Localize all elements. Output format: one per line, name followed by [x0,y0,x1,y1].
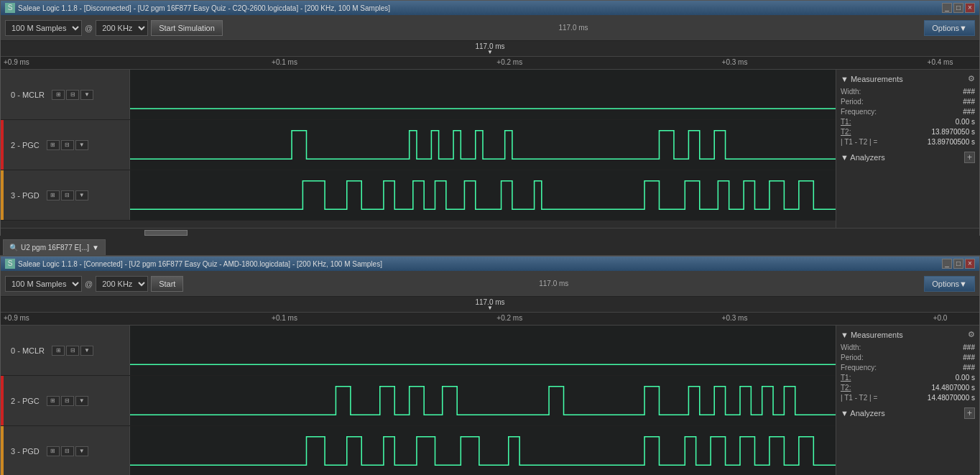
ch-color-pgd-2 [1,426,4,475]
plus-icon-2[interactable]: + [964,407,975,419]
width-label-1: Width: [841,88,861,96]
analyzers-header-2: ▼ Analyzers + [841,407,975,419]
scroll-thumb-1[interactable] [144,230,188,236]
ruler-t2-1: +0.2 ms [496,58,522,66]
options-btn-1[interactable]: Options▼ [924,20,975,36]
center-time-2: 117.0 ms [186,280,921,287]
freq-label-2: Frequency: [841,364,877,372]
ch-btn-settings-pgd-2[interactable]: ⊟ [61,446,74,456]
channel-label-pgc-2: 2 - PGC ⊞ ⊟ ▼ [1,376,130,425]
period-label-1: Period: [841,98,864,106]
freq-val-1: ### [963,108,975,116]
measurements-header-1: ▼ Measurements ⚙ [841,74,975,83]
t1-label-2: T1: [841,374,851,382]
ch-name-mclr-1: 0 - MCLR [11,91,45,99]
close-btn-2[interactable]: × [965,259,975,269]
measurement-width-2: Width: ### [841,343,975,351]
gear-icon-2[interactable]: ⚙ [968,330,975,339]
tab-1-arrow[interactable]: ▼ [92,244,99,252]
start-btn-2[interactable]: Start [151,276,183,292]
tab-1-label: U2 pgm 16F877 E[...] [21,244,89,252]
signal-canvas-pgd-1 [130,170,836,220]
ch-btn-zoom-mclr-1[interactable]: ⊞ [52,90,65,100]
ch-btn-more-pgc-2[interactable]: ▼ [75,396,88,406]
freq-select-1[interactable]: 200 KHz [96,20,148,36]
signal-canvas-pgc-2 [130,376,836,425]
ch-btn-zoom-pgc-2[interactable]: ⊞ [47,396,60,406]
measurement-t1-1: T1: 0.00 s [841,118,975,126]
t1-val-2: 0.00 s [956,374,975,382]
maximize-btn-1[interactable]: □ [953,3,963,13]
minimize-btn-1[interactable]: _ [942,3,952,13]
ruler-t4-2: +0.0 [933,314,948,322]
ch-btn-zoom-pgd-2[interactable]: ⊞ [47,446,60,456]
analyzers-header-1: ▼ Analyzers + [841,152,975,163]
ruler-t3-1: +0.3 ms [722,58,748,66]
options-btn-2[interactable]: Options▼ [924,276,975,292]
signal-canvas-mclr-2 [130,326,836,375]
channel-label-pgd-1: 3 - PGD ⊞ ⊟ ▼ [1,170,130,220]
ch-btn-settings-pgc-1[interactable]: ⊟ [61,140,74,150]
channel-row-pgc-1: 2 - PGC ⊞ ⊟ ▼ [1,120,836,170]
time-marker-row-2: 117.0 ms ▼ [1,297,979,313]
freq-select-2[interactable]: 200 KHz [96,276,148,292]
t2-val-1: 13.8970050 s [931,128,975,136]
analyzers-title-2: Analyzers [850,409,884,418]
center-marker-1: 117.0 ms ▼ [475,42,504,55]
scroll-bar-1[interactable] [1,228,979,236]
time-marker-row-1: 117.0 ms ▼ [1,41,979,57]
ch-btn-settings-pgc-2[interactable]: ⊟ [61,396,74,406]
tab-bar: 🔍 U2 pgm 16F877 E[...] ▼ [0,236,980,256]
channel-label-pgc-1: 2 - PGC ⊞ ⊟ ▼ [1,120,130,170]
center-marker-2: 117.0 ms ▼ [475,298,504,311]
minimize-btn-2[interactable]: _ [942,259,952,269]
measurement-t1-2: T1: 0.00 s [841,374,975,382]
ch-btn-more-pgc-1[interactable]: ▼ [75,140,88,150]
search-icon-tab: 🔍 [9,244,18,252]
measurements-header-2: ▼ Measurements ⚙ [841,330,975,339]
signal-svg-pgd-2 [130,426,836,475]
ch-btn-more-pgd-2[interactable]: ▼ [75,446,88,456]
samples-select-1[interactable]: 100 M Samples [5,20,82,36]
period-val-2: ### [963,354,975,361]
ch-btn-settings-mclr-1[interactable]: ⊟ [66,90,79,100]
signal-svg-mclr-1 [130,70,836,119]
ruler-2: +0.9 ms +0.1 ms +0.2 ms +0.3 ms +0.0 [1,313,979,326]
channel-row-mclr-2: 0 - MCLR ⊞ ⊟ ▼ [1,326,836,376]
channel-row-pgc-2: 2 - PGC ⊞ ⊟ ▼ [1,376,836,426]
ch-controls-mclr-2: ⊞ ⊟ ▼ [52,346,93,356]
ruler-1: +0.9 ms +0.1 ms +0.2 ms +0.3 ms +0.4 ms [1,57,979,70]
diff-val-1: 13.89700500 s [928,138,975,146]
gear-icon-1[interactable]: ⚙ [968,74,975,83]
ch-btn-zoom-mclr-2[interactable]: ⊞ [52,346,65,356]
ruler-t0-1: +0.9 ms [4,58,29,66]
center-time-1: 117.0 ms [226,24,921,32]
close-btn-1[interactable]: × [965,3,975,13]
ch-btn-more-mclr-2[interactable]: ▼ [80,346,93,356]
ch-name-pgc-1: 2 - PGC [11,141,40,149]
ch-btn-settings-pgd-1[interactable]: ⊟ [61,190,74,200]
title-bar-2: S Saleae Logic 1.1.8 - [Connected] - [U2… [1,257,979,271]
samples-select-2[interactable]: 100 M Samples [5,276,82,292]
measurement-freq-1: Frequency: ### [841,108,975,116]
ch-btn-zoom-pgc-1[interactable]: ⊞ [47,140,60,150]
tab-1[interactable]: 🔍 U2 pgm 16F877 E[...] ▼ [3,239,106,255]
ch-btn-zoom-pgd-1[interactable]: ⊞ [47,190,60,200]
measurement-period-1: Period: ### [841,98,975,106]
ch-btn-more-mclr-1[interactable]: ▼ [80,90,93,100]
t1-val-1: 0.00 s [956,118,975,126]
measurements-title-2: Measurements [851,331,903,339]
ch-color-pgd-1 [1,170,4,220]
window-title-1: Saleae Logic 1.1.8 - [Disconnected] - [U… [18,4,390,12]
window-controls-1: _ □ × [942,3,975,13]
ruler-t1-2: +0.1 ms [272,314,297,322]
period-val-1: ### [963,98,975,106]
ch-btn-more-pgd-1[interactable]: ▼ [75,190,88,200]
at-label-2: @ [85,280,93,288]
main-content-2: 0 - MCLR ⊞ ⊟ ▼ 2 - PGC [1,326,979,475]
ch-btn-settings-mclr-2[interactable]: ⊟ [66,346,79,356]
plus-icon-1[interactable]: + [964,152,975,163]
start-simulation-btn[interactable]: Start Simulation [151,20,223,36]
center-arrow-2: ▼ [487,305,493,311]
maximize-btn-2[interactable]: □ [953,259,963,269]
